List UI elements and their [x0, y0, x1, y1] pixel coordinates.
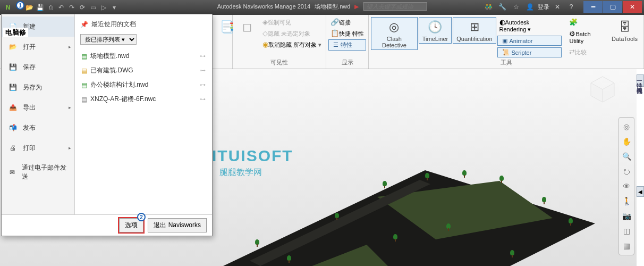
batch-utility-button[interactable]: ⚙Batch Utility	[567, 29, 607, 45]
quick-props-button[interactable]: 📋快捷 特性	[328, 28, 366, 39]
pin-icon: 📌	[80, 21, 88, 28]
group-title-display: 显示	[328, 57, 366, 69]
menu-icon: 💾	[7, 62, 19, 72]
links-button[interactable]: 🔗链接	[328, 17, 366, 28]
clash-detective-button[interactable]: ◎Clash Detective	[371, 17, 418, 50]
pin-icon[interactable]: ⊶	[200, 96, 206, 103]
force-visible-button[interactable]: ◈强制可见	[260, 17, 324, 28]
qa-dropdown-icon[interactable]: ▾	[109, 3, 119, 12]
hide-button[interactable]: ◻	[235, 17, 259, 37]
appstore-button[interactable]: 🧩	[567, 17, 607, 27]
ribbon-group-display: 🔗链接 📋快捷 特性 ☰特性 显示	[326, 15, 369, 69]
callout-marker-1: 1	[16, 1, 24, 10]
exit-button[interactable]: 退出 Navisworks	[148, 218, 207, 232]
panel-collapse-arrow[interactable]: ◀	[637, 186, 644, 197]
key-icon[interactable]: 🔧	[496, 2, 508, 12]
file-name: 场地模型.nwd	[90, 52, 129, 61]
app-menu-通过电子邮件发送[interactable]: ✉通过电子邮件发送	[2, 158, 74, 187]
file-name: 已有建筑.DWG	[90, 66, 133, 75]
properties-button[interactable]: ☰特性	[328, 39, 366, 51]
menu-icon: 📂	[7, 42, 19, 52]
menu-label: 导出	[23, 103, 36, 112]
app-menu-导出[interactable]: 📤导出▸	[2, 97, 74, 118]
file-name: 办公楼结构计划.nwd	[90, 80, 148, 89]
align-icon[interactable]: ▦	[621, 240, 632, 252]
chevron-right-icon: ▸	[69, 105, 71, 110]
menu-icon: 📬	[7, 123, 19, 132]
steering-wheel-icon[interactable]: ◎	[621, 121, 632, 132]
close-button[interactable]: ✕	[623, 1, 642, 13]
app-menu-recent: 📌最近使用的文档 按已排序列表 ▾ ▤场地模型.nwd⊶▤已有建筑.DWG⊶▤办…	[75, 14, 212, 214]
app-menu-打印[interactable]: 🖨打印▸	[2, 138, 74, 158]
zoom-icon[interactable]: 🔍	[621, 151, 632, 162]
timeliner-button[interactable]: 🕓TimeLiner	[419, 17, 452, 44]
title-right: 👬 🔧 ☆ 👤 登录 ✕ ? ━ ▢ ✕	[482, 1, 642, 13]
datatools-button[interactable]: 🗄DataTools	[608, 17, 641, 44]
pin-icon[interactable]: ⊶	[200, 67, 206, 74]
menu-label: 发布	[23, 123, 36, 132]
menu-label: 打开	[23, 43, 36, 52]
pin-icon[interactable]: ⊶	[200, 81, 206, 88]
scripter-button[interactable]: 📜Scripter	[497, 47, 562, 57]
group-title-visibility: 可见性	[235, 57, 324, 69]
exchange-icon[interactable]: ✕	[552, 2, 563, 12]
rendering-button[interactable]: ◐Autodesk Rendering▾	[497, 17, 562, 34]
properties-panel-tab[interactable]: 特性 | 保存的视点	[637, 74, 644, 87]
perspective-icon[interactable]: ◫	[621, 225, 632, 237]
star-icon[interactable]: ☆	[510, 2, 522, 12]
recent-file[interactable]: ▤XNZQ-AR-裙楼-6F.nwc⊶	[80, 92, 207, 106]
search-input[interactable]	[363, 2, 427, 11]
title-center: Autodesk Navisworks Manage 2014 场地模型.nwd…	[217, 2, 427, 11]
app-menu-另存为[interactable]: 💾另存为	[2, 77, 74, 97]
infocenter-icon[interactable]: 👬	[482, 2, 494, 12]
camera-icon[interactable]: 📷	[621, 210, 632, 222]
save-icon[interactable]: 💾	[35, 3, 45, 12]
recent-header: 最近使用的文档	[91, 20, 136, 29]
app-menu-打开[interactable]: 📂打开▸	[2, 37, 74, 57]
maximize-button[interactable]: ▢	[603, 1, 622, 13]
look-icon[interactable]: 👁	[621, 180, 632, 192]
hide-unselected-button[interactable]: ◇隐藏 未选定对象	[260, 28, 324, 39]
user-icon[interactable]: 👤	[524, 2, 536, 12]
recent-file[interactable]: ▤已有建筑.DWG⊶	[80, 63, 207, 78]
walk-icon[interactable]: 🚶	[621, 195, 632, 207]
select-icon[interactable]: ▭	[88, 3, 98, 12]
unhide-all-button[interactable]: ◉取消隐藏 所有对象▾	[260, 39, 324, 50]
orbit-icon[interactable]: ⭮	[621, 165, 632, 177]
file-name: XNZQ-AR-裙楼-6F.nwc	[90, 95, 156, 104]
menu-icon: ✉	[7, 168, 18, 177]
print-icon[interactable]: ⎙	[46, 3, 55, 12]
sort-dropdown[interactable]: 按已排序列表 ▾	[80, 34, 137, 45]
callout-marker-2: 2	[137, 213, 146, 221]
undo-icon[interactable]: ↶	[56, 3, 66, 12]
menu-label: 通过电子邮件发送	[22, 163, 69, 181]
group-title-tools: 工具	[371, 57, 641, 69]
quantification-button[interactable]: ⊞Quantification	[453, 17, 496, 44]
recent-file[interactable]: ▤场地模型.nwd⊶	[80, 49, 207, 63]
compare-button[interactable]: ⇄比较	[567, 47, 607, 57]
pointer-icon[interactable]: ▷	[99, 3, 108, 12]
file-icon: ▤	[81, 96, 87, 103]
file-icon: ▤	[81, 53, 87, 60]
redo-icon[interactable]: ↷	[67, 3, 77, 12]
recent-file[interactable]: ▤办公楼结构计划.nwd⊶	[80, 78, 207, 92]
animator-button[interactable]: ▣Animator	[497, 36, 562, 46]
open-icon[interactable]: 📂	[24, 3, 34, 12]
menu-label: 保存	[23, 63, 36, 72]
menu-label: 打印	[23, 144, 36, 153]
menu-icon: 💾	[7, 82, 19, 92]
chevron-right-icon: ▸	[69, 44, 71, 49]
application-menu: 📄 新建 📂打开▸💾保存💾另存为📤导出▸📬发布🖨打印▸✉通过电子邮件发送 📌最近…	[1, 14, 213, 236]
app-button[interactable]: N	[3, 3, 13, 12]
app-menu-发布[interactable]: 📬发布	[2, 118, 74, 138]
minimize-button[interactable]: ━	[583, 1, 603, 13]
file-icon: ▤	[81, 67, 87, 74]
app-menu-保存[interactable]: 💾保存	[2, 57, 74, 77]
pan-icon[interactable]: ✋	[621, 136, 632, 147]
help-icon[interactable]: ?	[565, 2, 577, 12]
viewcube[interactable]	[587, 73, 618, 105]
login-label[interactable]: 登录	[538, 3, 549, 11]
pin-icon[interactable]: ⊶	[200, 53, 206, 60]
refresh-icon[interactable]: ⟳	[78, 3, 87, 12]
ribbon-group-visibility: ◻ ◈强制可见 ◇隐藏 未选定对象 ◉取消隐藏 所有对象▾ 可见性	[233, 15, 326, 69]
